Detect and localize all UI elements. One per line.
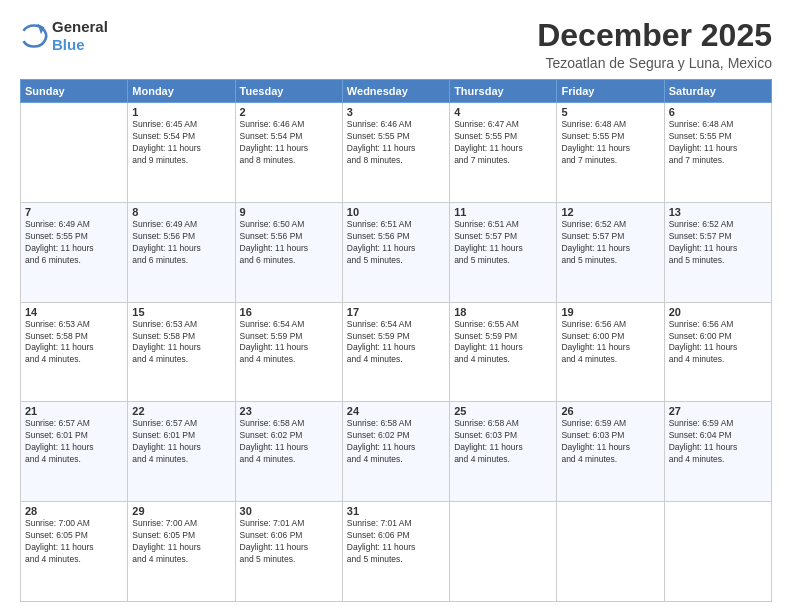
day-number: 6 bbox=[669, 106, 767, 118]
day-info: Sunrise: 6:45 AM Sunset: 5:54 PM Dayligh… bbox=[132, 119, 230, 167]
calendar-day-header: Saturday bbox=[664, 80, 771, 103]
day-info: Sunrise: 7:00 AM Sunset: 6:05 PM Dayligh… bbox=[132, 518, 230, 566]
day-number: 24 bbox=[347, 405, 445, 417]
calendar-day-header: Tuesday bbox=[235, 80, 342, 103]
calendar-week-row: 14Sunrise: 6:53 AM Sunset: 5:58 PM Dayli… bbox=[21, 302, 772, 402]
calendar-day-cell: 9Sunrise: 6:50 AM Sunset: 5:56 PM Daylig… bbox=[235, 202, 342, 302]
day-number: 7 bbox=[25, 206, 123, 218]
calendar-day-header: Wednesday bbox=[342, 80, 449, 103]
calendar-day-cell bbox=[557, 502, 664, 602]
day-number: 8 bbox=[132, 206, 230, 218]
day-number: 13 bbox=[669, 206, 767, 218]
day-info: Sunrise: 6:55 AM Sunset: 5:59 PM Dayligh… bbox=[454, 319, 552, 367]
day-info: Sunrise: 6:56 AM Sunset: 6:00 PM Dayligh… bbox=[561, 319, 659, 367]
day-number: 9 bbox=[240, 206, 338, 218]
calendar-day-cell: 18Sunrise: 6:55 AM Sunset: 5:59 PM Dayli… bbox=[450, 302, 557, 402]
calendar-day-cell: 7Sunrise: 6:49 AM Sunset: 5:55 PM Daylig… bbox=[21, 202, 128, 302]
logo-text: General Blue bbox=[52, 18, 108, 54]
day-info: Sunrise: 6:57 AM Sunset: 6:01 PM Dayligh… bbox=[132, 418, 230, 466]
calendar-day-cell: 8Sunrise: 6:49 AM Sunset: 5:56 PM Daylig… bbox=[128, 202, 235, 302]
day-info: Sunrise: 6:48 AM Sunset: 5:55 PM Dayligh… bbox=[561, 119, 659, 167]
calendar-day-cell: 30Sunrise: 7:01 AM Sunset: 6:06 PM Dayli… bbox=[235, 502, 342, 602]
title-block: December 2025 Tezoatlan de Segura y Luna… bbox=[537, 18, 772, 71]
day-number: 5 bbox=[561, 106, 659, 118]
month-title: December 2025 bbox=[537, 18, 772, 53]
calendar-week-row: 1Sunrise: 6:45 AM Sunset: 5:54 PM Daylig… bbox=[21, 103, 772, 203]
calendar-week-row: 21Sunrise: 6:57 AM Sunset: 6:01 PM Dayli… bbox=[21, 402, 772, 502]
day-number: 21 bbox=[25, 405, 123, 417]
day-number: 18 bbox=[454, 306, 552, 318]
calendar-day-cell: 26Sunrise: 6:59 AM Sunset: 6:03 PM Dayli… bbox=[557, 402, 664, 502]
day-number: 29 bbox=[132, 505, 230, 517]
calendar-day-header: Friday bbox=[557, 80, 664, 103]
day-info: Sunrise: 6:58 AM Sunset: 6:02 PM Dayligh… bbox=[347, 418, 445, 466]
day-info: Sunrise: 6:56 AM Sunset: 6:00 PM Dayligh… bbox=[669, 319, 767, 367]
calendar-day-cell: 17Sunrise: 6:54 AM Sunset: 5:59 PM Dayli… bbox=[342, 302, 449, 402]
calendar-week-row: 28Sunrise: 7:00 AM Sunset: 6:05 PM Dayli… bbox=[21, 502, 772, 602]
day-info: Sunrise: 6:52 AM Sunset: 5:57 PM Dayligh… bbox=[669, 219, 767, 267]
calendar-day-cell: 3Sunrise: 6:46 AM Sunset: 5:55 PM Daylig… bbox=[342, 103, 449, 203]
calendar-day-cell: 13Sunrise: 6:52 AM Sunset: 5:57 PM Dayli… bbox=[664, 202, 771, 302]
day-info: Sunrise: 6:54 AM Sunset: 5:59 PM Dayligh… bbox=[347, 319, 445, 367]
calendar-day-cell: 11Sunrise: 6:51 AM Sunset: 5:57 PM Dayli… bbox=[450, 202, 557, 302]
day-info: Sunrise: 6:50 AM Sunset: 5:56 PM Dayligh… bbox=[240, 219, 338, 267]
day-number: 25 bbox=[454, 405, 552, 417]
calendar-week-row: 7Sunrise: 6:49 AM Sunset: 5:55 PM Daylig… bbox=[21, 202, 772, 302]
calendar-day-cell: 24Sunrise: 6:58 AM Sunset: 6:02 PM Dayli… bbox=[342, 402, 449, 502]
day-number: 12 bbox=[561, 206, 659, 218]
calendar-header-row: SundayMondayTuesdayWednesdayThursdayFrid… bbox=[21, 80, 772, 103]
day-number: 3 bbox=[347, 106, 445, 118]
calendar-day-header: Thursday bbox=[450, 80, 557, 103]
calendar-day-cell: 19Sunrise: 6:56 AM Sunset: 6:00 PM Dayli… bbox=[557, 302, 664, 402]
day-info: Sunrise: 6:59 AM Sunset: 6:03 PM Dayligh… bbox=[561, 418, 659, 466]
day-info: Sunrise: 7:01 AM Sunset: 6:06 PM Dayligh… bbox=[347, 518, 445, 566]
calendar-day-cell: 5Sunrise: 6:48 AM Sunset: 5:55 PM Daylig… bbox=[557, 103, 664, 203]
calendar-day-cell: 27Sunrise: 6:59 AM Sunset: 6:04 PM Dayli… bbox=[664, 402, 771, 502]
calendar-day-cell: 2Sunrise: 6:46 AM Sunset: 5:54 PM Daylig… bbox=[235, 103, 342, 203]
day-number: 22 bbox=[132, 405, 230, 417]
page: General Blue December 2025 Tezoatlan de … bbox=[0, 0, 792, 612]
day-number: 11 bbox=[454, 206, 552, 218]
day-info: Sunrise: 6:46 AM Sunset: 5:54 PM Dayligh… bbox=[240, 119, 338, 167]
day-info: Sunrise: 6:49 AM Sunset: 5:55 PM Dayligh… bbox=[25, 219, 123, 267]
calendar-day-cell bbox=[664, 502, 771, 602]
day-info: Sunrise: 6:58 AM Sunset: 6:03 PM Dayligh… bbox=[454, 418, 552, 466]
day-info: Sunrise: 6:47 AM Sunset: 5:55 PM Dayligh… bbox=[454, 119, 552, 167]
day-info: Sunrise: 6:54 AM Sunset: 5:59 PM Dayligh… bbox=[240, 319, 338, 367]
calendar-day-cell: 12Sunrise: 6:52 AM Sunset: 5:57 PM Dayli… bbox=[557, 202, 664, 302]
calendar-day-cell: 22Sunrise: 6:57 AM Sunset: 6:01 PM Dayli… bbox=[128, 402, 235, 502]
calendar-day-cell: 1Sunrise: 6:45 AM Sunset: 5:54 PM Daylig… bbox=[128, 103, 235, 203]
day-info: Sunrise: 6:51 AM Sunset: 5:57 PM Dayligh… bbox=[454, 219, 552, 267]
day-number: 16 bbox=[240, 306, 338, 318]
calendar-day-cell: 31Sunrise: 7:01 AM Sunset: 6:06 PM Dayli… bbox=[342, 502, 449, 602]
location-title: Tezoatlan de Segura y Luna, Mexico bbox=[537, 55, 772, 71]
day-number: 14 bbox=[25, 306, 123, 318]
day-number: 20 bbox=[669, 306, 767, 318]
calendar-day-cell: 25Sunrise: 6:58 AM Sunset: 6:03 PM Dayli… bbox=[450, 402, 557, 502]
calendar-day-cell: 14Sunrise: 6:53 AM Sunset: 5:58 PM Dayli… bbox=[21, 302, 128, 402]
header: General Blue December 2025 Tezoatlan de … bbox=[20, 18, 772, 71]
day-number: 17 bbox=[347, 306, 445, 318]
day-info: Sunrise: 6:46 AM Sunset: 5:55 PM Dayligh… bbox=[347, 119, 445, 167]
calendar-day-cell: 6Sunrise: 6:48 AM Sunset: 5:55 PM Daylig… bbox=[664, 103, 771, 203]
day-info: Sunrise: 6:57 AM Sunset: 6:01 PM Dayligh… bbox=[25, 418, 123, 466]
day-info: Sunrise: 7:00 AM Sunset: 6:05 PM Dayligh… bbox=[25, 518, 123, 566]
day-number: 31 bbox=[347, 505, 445, 517]
calendar-table: SundayMondayTuesdayWednesdayThursdayFrid… bbox=[20, 79, 772, 602]
day-number: 10 bbox=[347, 206, 445, 218]
day-info: Sunrise: 6:49 AM Sunset: 5:56 PM Dayligh… bbox=[132, 219, 230, 267]
logo: General Blue bbox=[20, 18, 108, 54]
day-number: 27 bbox=[669, 405, 767, 417]
calendar-day-cell bbox=[450, 502, 557, 602]
calendar-day-cell: 23Sunrise: 6:58 AM Sunset: 6:02 PM Dayli… bbox=[235, 402, 342, 502]
day-info: Sunrise: 6:53 AM Sunset: 5:58 PM Dayligh… bbox=[132, 319, 230, 367]
calendar-day-cell: 28Sunrise: 7:00 AM Sunset: 6:05 PM Dayli… bbox=[21, 502, 128, 602]
day-number: 26 bbox=[561, 405, 659, 417]
day-info: Sunrise: 6:53 AM Sunset: 5:58 PM Dayligh… bbox=[25, 319, 123, 367]
day-info: Sunrise: 7:01 AM Sunset: 6:06 PM Dayligh… bbox=[240, 518, 338, 566]
logo-icon bbox=[20, 22, 48, 50]
day-info: Sunrise: 6:52 AM Sunset: 5:57 PM Dayligh… bbox=[561, 219, 659, 267]
day-number: 1 bbox=[132, 106, 230, 118]
calendar-day-cell bbox=[21, 103, 128, 203]
day-number: 15 bbox=[132, 306, 230, 318]
